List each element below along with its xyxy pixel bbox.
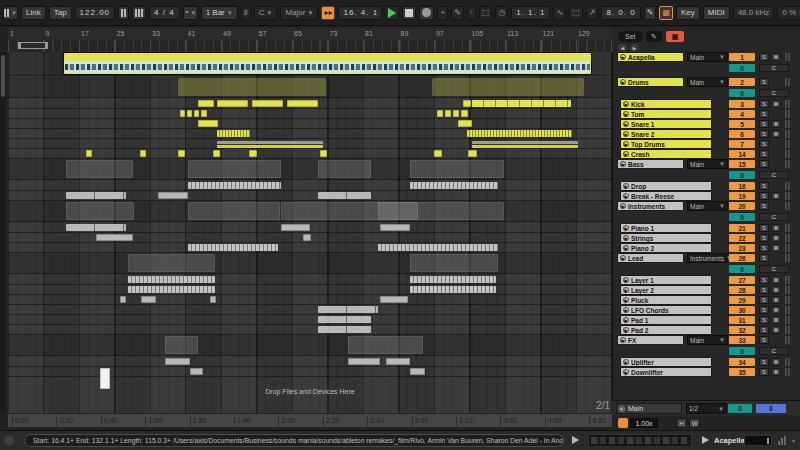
loop-marker[interactable] [18,42,48,49]
track-fold-icon[interactable]: ▶ [623,307,629,313]
key-map-button[interactable]: Key [676,6,700,20]
track-number-box[interactable]: 22 [729,234,755,242]
track-header-pad-1[interactable]: ▶Pad 131S [613,315,800,325]
lane-snare-2[interactable] [8,129,612,139]
solo-button[interactable]: S [759,336,769,344]
track-header-acapella[interactable]: ▶AcapellaMain▼1S0C [613,52,800,76]
track-number-box[interactable]: 29 [729,296,755,304]
arrangement-position-field[interactable]: 16. 4. 1 [338,6,382,20]
next-locator-icon[interactable]: ▶ [630,44,639,51]
track-name-plate[interactable]: ▶Top Drums [620,139,712,149]
track-header-crash[interactable]: ▶Crash14S [613,149,800,159]
clip[interactable] [445,110,451,117]
clip[interactable] [165,358,190,365]
live-menu-icon[interactable]: ▼ [3,6,18,20]
track-header-piano-1[interactable]: ▶Piano 121S [613,223,800,233]
lane-snare-1[interactable] [8,119,612,129]
clip[interactable] [66,192,126,199]
track-number-box[interactable]: 5 [729,120,755,128]
clip[interactable] [188,244,278,251]
solo-button[interactable]: S [759,286,769,294]
track-header-drums[interactable]: ▶DrumsMain▼2S0C [613,77,800,98]
cue-button[interactable]: C [759,265,789,273]
clip[interactable] [281,224,310,231]
lane-top-drums[interactable] [8,139,612,149]
arm-button[interactable] [771,224,781,232]
track-header-top-drums[interactable]: ▶Top Drums7S [613,139,800,149]
metronome-icon[interactable]: ◔▼ [183,6,198,20]
clip[interactable] [410,160,504,178]
track-fold-icon[interactable]: ▶ [623,121,629,127]
track-number-box[interactable]: 14 [729,150,755,158]
clip[interactable] [318,326,371,333]
track-header-instruments[interactable]: ▶InstrumentsMain▼20S0C [613,201,800,222]
track-name-plate[interactable]: ▶Instruments [617,201,684,211]
cue-button[interactable]: C [759,213,789,221]
solo-button[interactable]: S [759,160,769,168]
clip[interactable] [378,244,498,251]
clip[interactable] [180,110,185,117]
track-fold-icon[interactable]: ▶ [623,141,629,147]
track-name-plate[interactable]: ▶Strings [620,233,712,243]
track-header-fx[interactable]: ▶FXMain▼33S0C [613,335,800,356]
width-button[interactable]: W [689,418,700,428]
lane-layer-1[interactable] [8,275,612,285]
lane-piano-2[interactable] [8,243,612,253]
scale-icon[interactable]: ♯ [241,6,251,20]
arm-button[interactable] [771,120,781,128]
scale-name-menu[interactable]: Major▼ [280,6,318,20]
lane-pad-2[interactable] [8,325,612,335]
send-knob[interactable]: 0 [729,89,755,97]
track-number-box[interactable]: 35 [729,368,755,376]
send-knob[interactable]: 0 [729,265,755,273]
midi-map-button[interactable]: MIDI [703,6,730,20]
track-name-plate[interactable]: ▶Drop [620,181,712,191]
clip[interactable] [120,296,126,303]
vertical-scrollbar[interactable] [0,52,6,413]
track-fold-icon[interactable]: ▶ [623,151,629,157]
preview-play-icon[interactable] [572,436,579,444]
track-header-pad-2[interactable]: ▶Pad 232S [613,325,800,335]
clip[interactable] [201,110,207,117]
clip[interactable] [213,150,220,157]
lane-layer-2[interactable] [8,285,612,295]
solo-button[interactable]: S [759,150,769,158]
back-to-arrangement-button[interactable]: ▣ [666,31,684,42]
track-routing-menu[interactable]: Main▼ [687,335,728,345]
track-name-plate[interactable]: ▶Piano 2 [620,243,712,253]
track-fold-icon[interactable]: ▶ [623,101,629,107]
clip[interactable] [303,234,311,241]
track-name-plate[interactable]: ▶FX [617,335,684,345]
track-name-plate[interactable]: ▶Pluck [620,295,712,305]
arrangement-view[interactable]: Drop Files and Devices Here [8,52,612,413]
lane-tom[interactable] [8,109,612,119]
track-header-bass[interactable]: ▶BassMain▼15S0C [613,159,800,180]
clip[interactable] [410,276,496,283]
track-header-downlifter[interactable]: ▶Downlifter35S [613,367,800,377]
link-button[interactable]: Link [21,6,46,20]
clip[interactable] [318,160,371,178]
meter-dropdown-icon[interactable]: ▼ [791,438,796,444]
track-name-plate[interactable]: ▶Uplifter [620,357,712,367]
track-fold-icon[interactable]: ▶ [623,131,629,137]
solo-button[interactable]: S [759,276,769,284]
arm-button[interactable] [771,286,781,294]
track-number-box[interactable]: 26 [729,254,755,262]
clip[interactable] [249,150,257,157]
playback-speed-field[interactable]: 1.00x [630,418,658,428]
cue-button[interactable]: C [759,171,789,179]
solo-button[interactable]: S [759,358,769,366]
clip[interactable] [198,100,214,107]
track-routing-menu[interactable]: Main▼ [687,77,728,87]
lane-break-reese[interactable] [8,191,612,201]
track-name-plate[interactable]: ▶Snare 2 [620,129,712,139]
arm-button[interactable] [771,326,781,334]
warp-icon[interactable] [618,418,628,428]
cue-button[interactable]: C [759,347,789,355]
track-name-plate[interactable]: ▶Layer 2 [620,285,712,295]
track-number-box[interactable]: 30 [729,306,755,314]
main-track-header[interactable]: ▶ Main 1/2▼ 0 0 [612,400,800,415]
track-header-piano-2[interactable]: ▶Piano 223S [613,243,800,253]
track-number-box[interactable]: 1 [729,53,755,61]
track-routing-menu[interactable]: Main▼ [687,159,728,169]
